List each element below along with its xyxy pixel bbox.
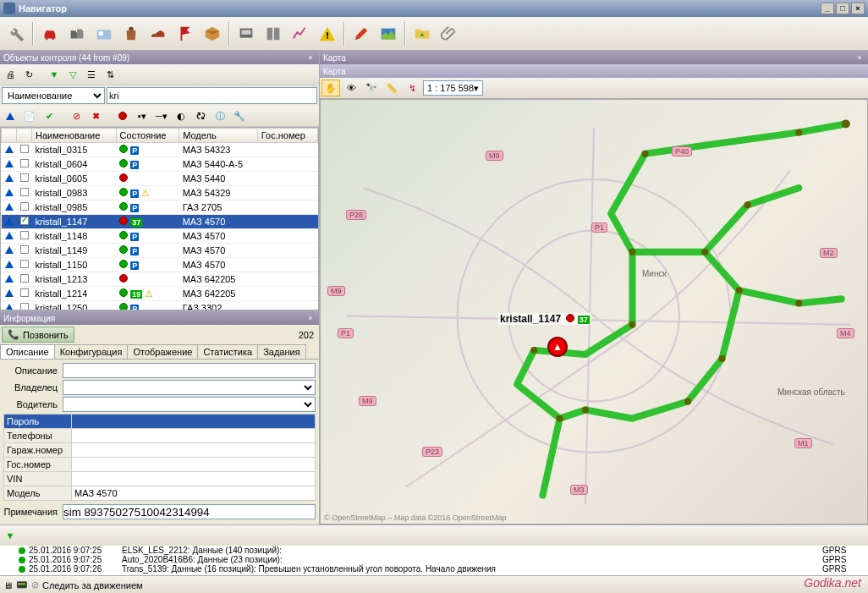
book-button[interactable] [261, 21, 286, 47]
map-ruler-button[interactable]: 📏 [382, 80, 401, 96]
tri-icon[interactable] [2, 107, 19, 124]
log-row: 25.01.2016 9:07:25Auto_2020B416B6: Данны… [0, 555, 868, 564]
call-button[interactable]: 📞 Позвонить [2, 327, 74, 343]
app-icon [3, 3, 15, 14]
road-badge: P40 [672, 146, 692, 156]
attach-button[interactable] [437, 21, 462, 47]
table-row[interactable]: kristall_0605 МАЗ 5440 [2, 172, 318, 186]
map-scale[interactable]: 1 : 175 598 ▾ [423, 80, 483, 96]
list-button[interactable]: ☰ [83, 66, 100, 83]
sort-button[interactable]: ⇅ [102, 66, 118, 83]
warning-button[interactable] [315, 21, 340, 47]
tab-display[interactable]: Отображение [127, 344, 198, 359]
vehicle-marker[interactable]: ▲ [547, 337, 568, 357]
edit-button[interactable] [349, 21, 374, 47]
objects-panel-title: Объекты контроля (44 from #09) [3, 53, 129, 63]
image-button[interactable] [376, 21, 401, 47]
objects-panel-close-icon[interactable]: × [305, 52, 316, 63]
col-model[interactable]: Модель [179, 129, 258, 143]
log-filter-button[interactable]: ▼ [2, 527, 19, 544]
table-row[interactable]: kristall_0983 P ⚠МАЗ 54329 [2, 186, 318, 200]
log-row: 25.01.2016 9:07:26Trans_5139: Данные (16… [0, 564, 868, 574]
input-notes[interactable] [63, 504, 316, 519]
device-button[interactable] [233, 21, 259, 47]
page-icon[interactable]: 📄 [21, 107, 38, 124]
col-status[interactable]: Состояние [116, 129, 179, 143]
table-row[interactable]: kristall_0985 PГАЗ 2705 [2, 200, 318, 215]
call-count: 202 [299, 330, 319, 340]
tool-icon[interactable]: 🔧 [231, 107, 248, 124]
tab-description[interactable]: Описание [0, 344, 55, 359]
users-button[interactable] [64, 21, 90, 47]
close-button[interactable]: × [851, 3, 865, 14]
map-panel-close-icon[interactable]: × [854, 52, 865, 63]
circle-icon[interactable]: ◐ [173, 107, 190, 124]
svg-point-7 [557, 415, 563, 422]
tab-config[interactable]: Конфигурация [54, 344, 129, 359]
table-row[interactable]: kristall_1149 PМАЗ 4570 [2, 244, 318, 258]
line-icon[interactable]: ─▾ [153, 107, 170, 124]
main-toolbar [0, 17, 868, 51]
info-panel-header: Информация × [0, 311, 319, 325]
map-binoculars-button[interactable]: 🔭 [362, 80, 381, 96]
input-owner[interactable] [63, 380, 316, 395]
map-hand-button[interactable]: ✋ [321, 80, 340, 96]
svg-point-18 [842, 119, 850, 128]
car-button[interactable] [37, 21, 63, 47]
svg-point-17 [795, 129, 802, 135]
filter2-button[interactable]: ▽ [64, 66, 81, 83]
table-row[interactable]: kristall_1250 PГАЗ 3302 [2, 301, 318, 311]
table-row[interactable]: kristall_1213 МАЗ 642205 [2, 272, 318, 287]
svg-point-20 [795, 299, 802, 306]
objects-panel-header: Объекты контроля (44 from #09) × [0, 51, 319, 64]
maximize-button[interactable]: □ [836, 3, 849, 14]
window-titlebar: Навигатор _ □ × [0, 0, 868, 17]
properties-table[interactable]: Пароль Телефоны Гараж.номер Гос.номер VI… [3, 414, 316, 501]
table-row[interactable]: kristall_1148 PМАЗ 4570 [2, 229, 318, 244]
print-button[interactable]: 🖨 [2, 66, 19, 83]
filter-button[interactable]: ▼ [46, 66, 63, 83]
bag-button[interactable] [118, 21, 144, 47]
folder-button[interactable] [409, 21, 435, 47]
info-panel-close-icon[interactable]: × [305, 313, 316, 323]
tab-tasks[interactable]: Задания [257, 344, 305, 359]
table-row[interactable]: kristall_1147 37МАЗ 4570 [2, 215, 318, 229]
vehicle-label: kristall_1147 37 [498, 313, 591, 325]
objects-toolbar: 🖨 ↻ ▼ ▽ ☰ ⇅ [0, 64, 319, 85]
filter-field-combo[interactable]: Наименование [2, 87, 105, 104]
map-attribution: © OpenStreetMap – Map data ©2016 OpenStr… [324, 513, 506, 522]
table-row[interactable]: kristall_0604 PМАЗ 5440-А-5 [2, 157, 318, 172]
cross-icon[interactable]: ✖ [87, 107, 104, 124]
road-badge: P28 [346, 210, 366, 220]
input-driver[interactable] [63, 397, 316, 412]
chart-button[interactable] [288, 21, 313, 47]
table-row[interactable]: kristall_1150 PМАЗ 4570 [2, 258, 318, 272]
vehicles-table[interactable]: Наименование Состояние Модель Гос.номер … [0, 127, 319, 310]
refresh-button[interactable]: ↻ [20, 66, 37, 83]
table-row[interactable]: kristall_0315 PМАЗ 54323 [2, 143, 318, 157]
map-eye-button[interactable]: 👁 [342, 80, 360, 96]
minimize-button[interactable]: _ [821, 3, 834, 14]
filter-value-input[interactable] [107, 87, 317, 104]
svg-rect-1 [99, 31, 104, 36]
table-row[interactable]: kristall_1214 19 ⚠МАЗ 642205 [2, 287, 318, 301]
stop-icon[interactable]: ⊘ [68, 107, 85, 124]
shoe-button[interactable] [146, 21, 171, 47]
check-icon[interactable]: ✔ [41, 107, 58, 124]
box-button[interactable] [200, 21, 225, 47]
tab-stats[interactable]: Статистика [197, 344, 258, 359]
map-canvas[interactable]: P28 M9 M9 P1 P40 M4 M1 M2 P1 M9 P23 M3 М… [320, 99, 868, 524]
input-desc[interactable] [63, 363, 316, 378]
svg-point-10 [629, 249, 635, 255]
square-icon[interactable]: ▪▾ [134, 107, 151, 124]
map-route-button[interactable]: ↯ [403, 80, 421, 96]
svg-point-14 [684, 398, 691, 404]
wrench-button[interactable] [3, 21, 29, 47]
col-gosnumber[interactable]: Гос.номер [257, 129, 317, 143]
info-icon[interactable]: ⓘ [212, 107, 228, 124]
card-button[interactable] [91, 21, 117, 47]
col-name[interactable]: Наименование [32, 129, 117, 143]
reload-icon[interactable]: 🗘 [192, 107, 209, 124]
reddot-icon[interactable] [114, 107, 131, 124]
flag-button[interactable] [173, 21, 198, 47]
